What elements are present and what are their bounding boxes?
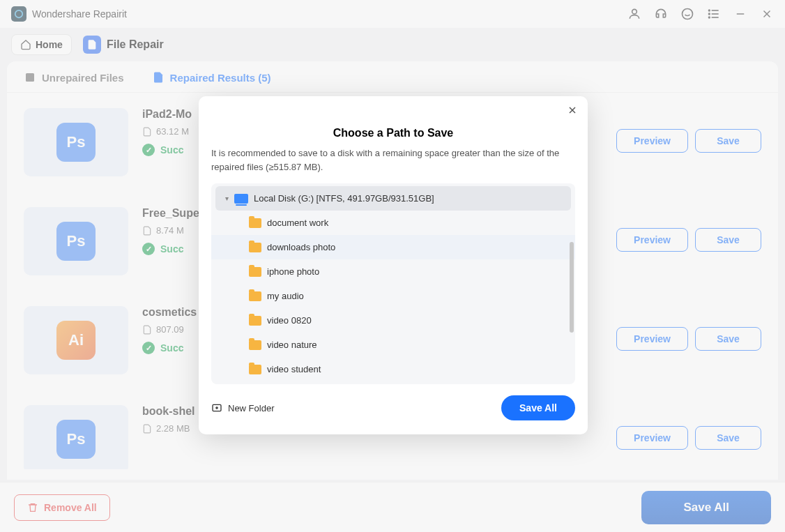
disk-item[interactable]: ▾ Local Disk (G:) [NTFS, 491.97GB/931.51… [215,186,571,211]
folder-icon [249,218,261,228]
folder-item[interactable]: my audio [211,284,575,308]
new-folder-label: New Folder [228,403,274,413]
folder-icon [249,365,261,374]
folder-label: downloads photo [267,242,335,252]
modal-footer: New Folder Save All [199,384,588,420]
folder-label: video nature [267,340,317,350]
modal-description: It is recommended to save to a disk with… [199,146,588,174]
modal-save-all-button[interactable]: Save All [501,395,575,420]
folder-item[interactable]: video student [211,357,575,381]
folder-item[interactable]: document work [211,211,575,235]
folder-icon [249,340,261,350]
folder-label: iphone photo [267,266,319,277]
new-folder-button[interactable]: New Folder [211,402,274,413]
folder-tree: ▾ Local Disk (G:) [NTFS, 491.97GB/931.51… [211,183,575,384]
folder-item[interactable]: downloads photo [211,235,575,259]
folder-label: document work [267,218,328,228]
folder-icon [249,267,261,277]
folder-icon [249,243,261,252]
modal-close-icon[interactable] [567,105,578,119]
folder-item[interactable]: iphone photo [211,259,575,284]
save-path-modal: Choose a Path to Save It is recommended … [199,96,588,434]
folder-icon [249,316,261,326]
disk-label: Local Disk (G:) [NTFS, 491.97GB/931.51GB… [254,193,434,204]
modal-title: Choose a Path to Save [199,127,588,139]
disk-icon [234,194,248,204]
folder-label: my audio [267,291,304,301]
folder-label: video 0820 [267,315,312,326]
chevron-down-icon: ▾ [225,195,229,202]
folder-item[interactable]: video nature [211,333,575,357]
folder-icon [249,291,261,301]
folder-item[interactable]: video 0820 [211,308,575,333]
scrollbar-thumb[interactable] [570,242,574,333]
folder-label: video student [267,364,321,374]
